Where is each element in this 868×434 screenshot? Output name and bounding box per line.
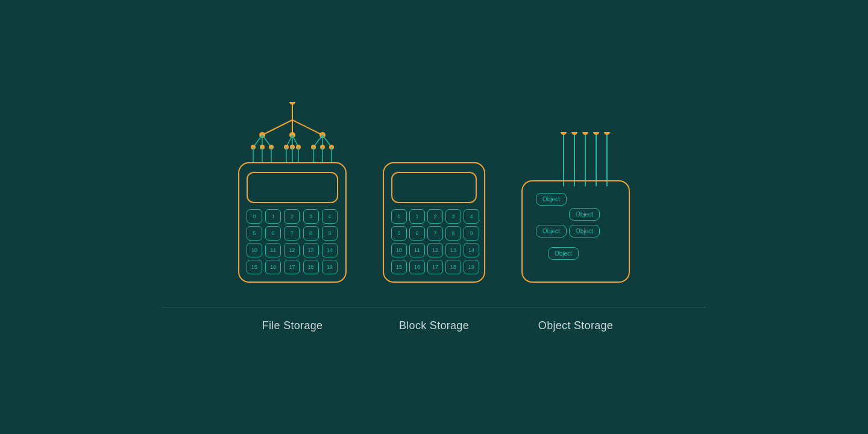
num-cell-13: 13: [303, 243, 319, 257]
block-num-cell-15: 15: [391, 260, 407, 274]
num-cell-11: 11: [265, 243, 281, 257]
block-num-cell-13: 13: [445, 243, 461, 257]
block-storage-box: 0 1 2 3 4 5 6 7 8 9 10 11 12 13 14 15 16: [383, 162, 485, 283]
svg-point-42: [582, 132, 588, 135]
num-cell-14: 14: [322, 243, 338, 257]
block-num-cell-17: 17: [427, 260, 443, 274]
block-num-cell-3: 3: [445, 209, 461, 224]
num-cell-19: 19: [322, 260, 338, 274]
num-cell-10: 10: [247, 243, 262, 257]
labels-row: File Storage Block Storage Object Storag…: [0, 319, 868, 332]
object-wires-svg: [521, 132, 630, 186]
num-cell-16: 16: [265, 260, 281, 274]
svg-point-40: [561, 132, 567, 135]
block-num-cell-14: 14: [464, 243, 479, 257]
svg-line-2: [262, 120, 292, 135]
object-item-2: Object: [569, 208, 600, 221]
num-cell-3: 3: [303, 209, 319, 224]
svg-point-44: [604, 132, 610, 135]
diagrams-area: 0 1 2 3 4 5 6 7 8 9 10 11 12 13 14 15 16: [238, 102, 630, 301]
block-top-section: [391, 172, 477, 203]
block-num-cell-8: 8: [445, 226, 461, 241]
file-number-grid: 0 1 2 3 4 5 6 7 8 9 10 11 12 13 14 15 16: [247, 209, 338, 274]
file-top-section: [247, 172, 338, 203]
block-number-grid: 0 1 2 3 4 5 6 7 8 9 10 11 12 13 14 15 16: [391, 209, 477, 274]
block-num-cell-4: 4: [464, 209, 479, 224]
svg-point-1: [289, 102, 295, 105]
num-cell-6: 6: [265, 226, 281, 241]
block-num-cell-12: 12: [427, 243, 443, 257]
block-num-cell-19: 19: [464, 260, 479, 274]
num-cell-1: 1: [265, 209, 281, 224]
file-storage-box: 0 1 2 3 4 5 6 7 8 9 10 11 12 13 14 15 16: [238, 162, 347, 283]
file-storage-diagram: 0 1 2 3 4 5 6 7 8 9 10 11 12 13 14 15 16: [238, 102, 347, 283]
svg-point-43: [593, 132, 599, 135]
block-storage-diagram: 0 1 2 3 4 5 6 7 8 9 10 11 12 13 14 15 16: [383, 132, 485, 283]
num-cell-7: 7: [284, 226, 300, 241]
file-storage-label: File Storage: [238, 319, 347, 332]
object-storage-label: Object Storage: [521, 319, 630, 332]
num-cell-9: 9: [322, 226, 338, 241]
main-container: 0 1 2 3 4 5 6 7 8 9 10 11 12 13 14 15 16: [0, 102, 868, 332]
file-tree-top: [238, 102, 347, 162]
num-cell-15: 15: [247, 260, 262, 274]
object-item-5: Object: [548, 247, 579, 260]
block-num-cell-0: 0: [391, 209, 407, 224]
num-cell-12: 12: [284, 243, 300, 257]
block-num-cell-5: 5: [391, 226, 407, 241]
file-tree-svg: [238, 102, 347, 162]
object-item-3: Object: [536, 225, 567, 237]
block-num-cell-11: 11: [409, 243, 425, 257]
block-num-cell-16: 16: [409, 260, 425, 274]
num-cell-8: 8: [303, 226, 319, 241]
num-cell-0: 0: [247, 209, 262, 224]
object-storage-diagram: Object Object Object Object Object: [521, 132, 630, 283]
num-cell-4: 4: [322, 209, 338, 224]
block-storage-label: Block Storage: [383, 319, 485, 332]
object-item-1: Object: [536, 193, 567, 206]
block-num-cell-9: 9: [464, 226, 479, 241]
svg-line-4: [292, 120, 322, 135]
num-cell-5: 5: [247, 226, 262, 241]
block-num-cell-7: 7: [427, 226, 443, 241]
svg-point-41: [571, 132, 577, 135]
block-num-cell-6: 6: [409, 226, 425, 241]
object-top-area: [521, 132, 630, 186]
object-items-container: Object Object Object Object Object: [530, 190, 621, 274]
num-cell-17: 17: [284, 260, 300, 274]
object-storage-box: Object Object Object Object Object: [521, 180, 630, 283]
block-top-area: [383, 132, 485, 168]
block-num-cell-2: 2: [427, 209, 443, 224]
block-num-cell-1: 1: [409, 209, 425, 224]
block-num-cell-10: 10: [391, 243, 407, 257]
num-cell-18: 18: [303, 260, 319, 274]
block-num-cell-18: 18: [445, 260, 461, 274]
divider-line: [163, 307, 705, 307]
object-item-4: Object: [569, 225, 600, 237]
num-cell-2: 2: [284, 209, 300, 224]
